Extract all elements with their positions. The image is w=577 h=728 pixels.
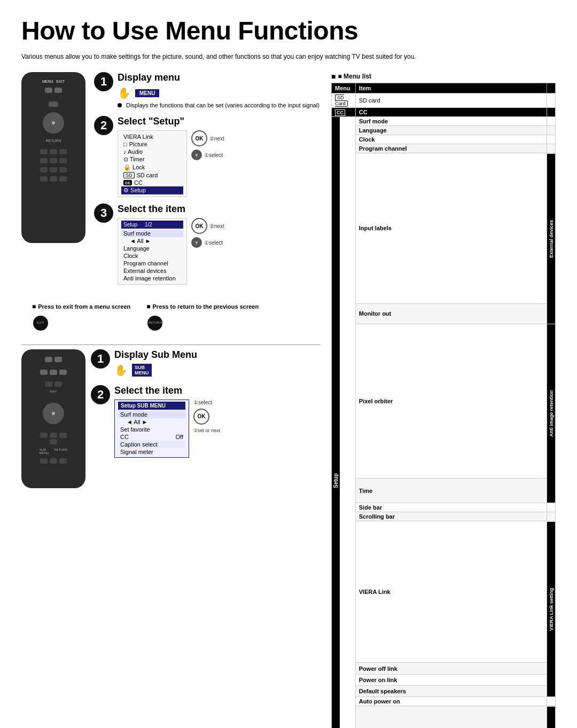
- table-row: Clock: [332, 135, 556, 144]
- page-title: How to Use Menu Functions: [21, 16, 556, 45]
- select-setup-title: Select "Setup": [118, 116, 321, 127]
- table-row: Default speakers: [332, 686, 556, 697]
- table-row: Power on link: [332, 674, 556, 685]
- table-row: Scrolling bar: [332, 512, 556, 521]
- item-power-off-link: Power off link: [355, 663, 547, 674]
- exit-button[interactable]: EXIT: [33, 316, 48, 331]
- item-default-speakers: Default speakers: [355, 686, 547, 697]
- table-row: Pixel orbiter Anti image retention: [332, 324, 556, 479]
- press-instructions: ■ Press to exit from a menu screen EXIT …: [32, 296, 321, 336]
- menu-screen: VIERA Link □ Picture ♪ Audio ⊙ Timer 🔒 L…: [118, 130, 187, 197]
- menu-item-viera: VIERA Link: [121, 133, 183, 140]
- table-row: Input labels External devices: [332, 153, 556, 304]
- step-number-3: 3: [94, 203, 113, 223]
- right-column: ■ Menu list Menu Item SD Card SD card CC…: [331, 72, 556, 728]
- remote-control-2: EXIT: [21, 349, 85, 488]
- table-row: Auto power on: [332, 697, 556, 706]
- item-program-channel: Program channel: [355, 144, 547, 153]
- step-number-1: 1: [94, 72, 113, 91]
- item-input-labels: Input labels: [355, 153, 547, 304]
- sub-step-number-2: 2: [91, 385, 110, 404]
- setup-screen: Setup 1/2 Surf mode ◄ All ► Language Clo…: [118, 218, 187, 285]
- col-menu: Menu: [332, 83, 356, 93]
- table-row: Power off link: [332, 663, 556, 674]
- ok-button-sub[interactable]: OK: [193, 409, 209, 425]
- next-annotation: ②next: [209, 136, 224, 142]
- down-arrow-btn: ▼: [191, 150, 202, 160]
- item-surf-mode: Surf mode: [355, 117, 547, 126]
- menu-item-cc: cc CC: [121, 179, 183, 186]
- ok-button-2[interactable]: OK: [191, 130, 207, 146]
- bottom-section: EXIT: [21, 349, 321, 488]
- item-sdcard: SD card: [355, 93, 547, 108]
- remote-control-1: MENU EXIT RETURN: [21, 72, 85, 289]
- intro-text: Various menus allow you to make settings…: [21, 52, 556, 61]
- menu-list-table: Menu Item SD Card SD card CC CC: [331, 83, 556, 728]
- menu-label: MENU: [135, 89, 159, 97]
- press-return-title: Press to return to the previous screen: [153, 302, 259, 312]
- item-no-signal: No signal shut-off: [355, 706, 547, 728]
- exit-label: EXIT: [37, 320, 44, 326]
- table-row: Language: [332, 126, 556, 135]
- setup-screen-title: Setup 1/2: [121, 221, 183, 229]
- press-exit-title: Press to exit from a menu screen: [38, 302, 130, 312]
- col-item: Item: [355, 83, 547, 93]
- select-annotation-sub: ①select: [193, 400, 212, 405]
- left-column: MENU EXIT RETURN: [21, 72, 321, 728]
- menu-item-sdcard: SD SD card: [121, 171, 183, 179]
- sub-menu-screen-title: Setup SUB MENU: [118, 402, 185, 410]
- return-label: RETURN: [149, 320, 162, 326]
- sub-menu-hand-icon: ✋: [114, 364, 128, 377]
- table-row: SD Card SD card: [332, 93, 556, 108]
- item-time: Time: [355, 479, 547, 503]
- select-item-2-title: Select the item: [114, 385, 321, 396]
- select-annotation: ①select: [204, 152, 223, 158]
- select-annotation-3: ①select: [204, 240, 223, 246]
- table-row: Monitor out: [332, 303, 556, 324]
- item-pixel-orbiter: Pixel orbiter: [355, 324, 547, 479]
- item-viera-link: VIERA Link: [355, 521, 547, 663]
- item-side-bar: Side bar: [355, 503, 547, 512]
- sub-menu-steps: 1 Display Sub Menu ✋ SUBMENU 2 Select th…: [91, 349, 321, 488]
- table-row: No signal shut-off Advanced setup: [332, 706, 556, 728]
- item-language: Language: [355, 126, 547, 135]
- menu-item-audio: ♪ Audio: [121, 148, 183, 155]
- table-row: Program channel: [332, 144, 556, 153]
- menu-list-header: ■ Menu list: [331, 72, 556, 81]
- set-or-next-annotation: ②set or next: [193, 428, 220, 433]
- table-row: Time: [332, 479, 556, 503]
- table-row: VIERA Link VIERA Link setting: [332, 521, 556, 663]
- menu-item-lock: 🔒 Lock: [121, 163, 183, 171]
- ok-button-3[interactable]: OK: [191, 218, 207, 234]
- sub-step-number-1: 1: [91, 349, 110, 369]
- display-menu-title: Display menu: [118, 72, 321, 83]
- menu-item-setup: ⚙ Setup: [121, 186, 183, 194]
- item-power-on-link: Power on link: [355, 674, 547, 685]
- menu-item-timer: ⊙ Timer: [121, 155, 183, 163]
- display-sub-menu-title: Display Sub Menu: [114, 349, 321, 361]
- next-annotation-3: ②next: [209, 223, 224, 229]
- sub-menu-label: SUBMENU: [132, 364, 152, 377]
- item-monitor-out: Monitor out: [355, 303, 547, 324]
- item-clock: Clock: [355, 135, 547, 144]
- sub-menu-screen: Setup SUB MENU Surf mode ◄ All ► Set fav…: [114, 400, 189, 458]
- step-number-2: 2: [94, 116, 113, 135]
- table-row-cc-highlight: CC CC: [332, 108, 556, 117]
- item-cc: CC: [355, 108, 547, 117]
- item-auto-power-on: Auto power on: [355, 697, 547, 706]
- table-row: Setup Surf mode: [332, 117, 556, 126]
- down-arrow-btn-3: ▼: [191, 237, 202, 248]
- steps-top: 1 Display menu ✋ MENU Displays the funct…: [94, 72, 321, 289]
- table-row: Side bar: [332, 503, 556, 512]
- menu-hand-icon: ✋: [118, 87, 131, 99]
- menu-item-picture: □ Picture: [121, 140, 183, 148]
- select-item-title: Select the item: [118, 203, 321, 215]
- display-menu-bullet: Displays the functions that can be set (…: [126, 101, 319, 109]
- item-scrolling-bar: Scrolling bar: [355, 512, 547, 521]
- return-button[interactable]: RETURN: [147, 316, 162, 331]
